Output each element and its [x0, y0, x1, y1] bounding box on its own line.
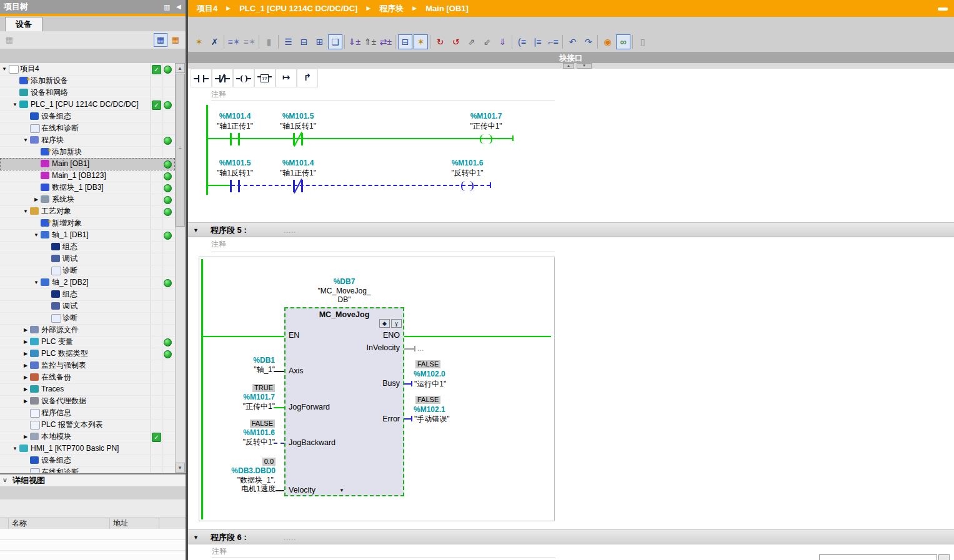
sidebar-item-plc-变量[interactable]: ▶PLC 变量 — [0, 336, 175, 348]
tree-expander-icon[interactable]: ▼ — [22, 134, 29, 146]
operand-name[interactable]: "正传中1" — [470, 121, 502, 132]
sidebar-item-程序块[interactable]: ▼程序块 — [0, 134, 175, 147]
update-block-calls-icon[interactable]: ⇗ — [464, 34, 479, 49]
sidebar-item-traces[interactable]: ▶Traces — [0, 383, 175, 396]
sidebar-item-hmi_1-ktp700-basic-pn-[interactable]: ▼HMI_1 [KTP700 Basic PN] — [0, 443, 175, 455]
value-badge[interactable]: TRUE — [252, 384, 275, 392]
absolute-operands-icon[interactable]: ☰ — [281, 34, 296, 49]
tree-expander-icon[interactable]: ▶ — [22, 324, 29, 336]
sidebar-item-系统块[interactable]: ▶系统块 — [0, 194, 175, 206]
zoom-combobox[interactable] — [819, 554, 937, 560]
pin-busy[interactable]: Busy — [382, 379, 400, 388]
sidebar-item-设备和网络[interactable]: 设备和网络 — [0, 87, 175, 99]
network-comment[interactable]: 注释 — [211, 89, 226, 100]
sidebar-item-诊断[interactable]: 诊断 — [0, 312, 175, 325]
operand-name[interactable]: "轴1正传1" — [280, 168, 316, 179]
scroll-down-icon[interactable]: ▼ — [175, 463, 185, 473]
goto-previous-usage-icon[interactable]: (≡ — [515, 34, 529, 49]
consistency-icon[interactable]: ▮ — [262, 34, 276, 49]
operand-name[interactable]: "轴_1" — [254, 365, 275, 375]
breadcrumb-item[interactable]: Main [OB1] — [425, 0, 469, 17]
tree-expander-icon[interactable]: ▼ — [11, 443, 19, 454]
undo-icon[interactable]: ↶ — [565, 34, 580, 49]
configured-view-icon[interactable]: ▦ — [154, 33, 167, 47]
tree-expander-icon[interactable]: ▶ — [22, 336, 29, 348]
interface-collapse-up-icon[interactable]: ▲ — [563, 63, 574, 69]
sidebar-item-新增对象[interactable]: ✶新增对象 — [0, 217, 175, 230]
collapse-panel-icon[interactable]: ◀ — [176, 0, 181, 14]
sidebar-item-设备组态[interactable]: 设备组态 — [0, 454, 175, 467]
delete-network-icon[interactable]: ✗ — [207, 34, 222, 49]
initialize-setpoints-icon[interactable]: ⇄± — [379, 34, 393, 49]
operand-address[interactable]: %M101.4 — [219, 112, 251, 120]
snapshot-actual-values-icon[interactable]: ⇓± — [347, 34, 362, 49]
scroll-up-icon[interactable]: ▲ — [175, 63, 185, 73]
consistent-download-icon[interactable]: ⇙ — [480, 34, 494, 49]
network-comment[interactable]: 注释 — [212, 546, 227, 557]
download-icon[interactable]: ⇓ — [495, 34, 510, 49]
sidebar-item-plc-报警文本列表[interactable]: PLC 报警文本列表 — [0, 419, 175, 431]
tree-expander-icon[interactable]: ▼ — [11, 99, 19, 111]
tree-expander-icon[interactable]: ▼ — [32, 229, 40, 241]
mc-movejog-block[interactable]: MC_MoveJog◆ɣENAxisJogForwardJogBackwardV… — [284, 307, 404, 496]
value-badge[interactable]: 0.0 — [262, 458, 276, 466]
operand-name[interactable]: "正传中1" — [243, 401, 275, 412]
sidebar-item-plc-数据类型[interactable]: ▶PLC 数据类型 — [0, 348, 175, 360]
block-configuration-icon[interactable]: ◆ — [379, 319, 390, 328]
no-contact-symbol[interactable] — [230, 180, 232, 192]
tree-expander-icon[interactable]: ▼ — [32, 277, 40, 288]
pin-jogforward[interactable]: JogForward — [289, 403, 330, 411]
sidebar-item-轴_2-db2-[interactable]: ▼轴_2 [DB2] — [0, 277, 175, 289]
sidebar-item-工艺对象[interactable]: ▼工艺对象 — [0, 205, 175, 218]
sidebar-item-在线和诊断[interactable]: 在线和诊断 — [0, 122, 175, 135]
invelocity-value[interactable]: ... — [417, 344, 424, 353]
detail-col-address[interactable]: 地址 — [110, 518, 159, 529]
tree-expander-icon[interactable]: ▶ — [22, 431, 29, 443]
collapse-triangle-icon[interactable]: ▼ — [193, 227, 199, 233]
open-all-networks-icon[interactable]: ⊞ — [312, 34, 327, 49]
sidebar-item-组态[interactable]: 组态 — [0, 241, 175, 253]
block-diagnostics-icon[interactable]: ɣ — [391, 319, 402, 328]
sidebar-item-诊断[interactable]: 诊断 — [0, 265, 175, 277]
memory-usage-icon[interactable]: ▯ — [635, 34, 650, 49]
sidebar-item-程序信息[interactable]: 程序信息 — [0, 407, 175, 420]
goto-usage-icon[interactable]: |≡ — [530, 34, 545, 49]
operand-address[interactable]: %M101.6 — [452, 159, 484, 167]
operand-address[interactable]: %M102.1 — [414, 405, 445, 414]
block-expand-icon[interactable]: ▼ — [339, 488, 344, 493]
instance-db-name2[interactable]: DB" — [338, 295, 351, 304]
operand-address[interactable]: %M101.7 — [470, 112, 502, 120]
operand-name[interactable]: "轴1反转1" — [280, 121, 316, 132]
operand-name[interactable]: "手动错误" — [414, 414, 450, 425]
breadcrumb-item[interactable]: 程序块 — [379, 0, 404, 17]
scrollbar-thumb[interactable]: ≡ — [176, 74, 185, 227]
sidebar-item-在线和诊断[interactable]: 在线和诊断 — [0, 466, 175, 473]
tree-expander-icon[interactable]: ▶ — [22, 371, 29, 383]
monitor-toggle-icon[interactable]: ∞ — [616, 34, 630, 49]
coil-symbol[interactable] — [461, 181, 465, 191]
sidebar-item-监控与强制表[interactable]: ▶监控与强制表 — [0, 360, 175, 372]
pin-eno[interactable]: ENO — [383, 331, 400, 340]
goto-next-usage-icon[interactable]: ⌐≡ — [546, 34, 560, 49]
close-all-networks-icon[interactable]: ⊟ — [297, 34, 311, 49]
sidebar-item-组态[interactable]: 组态 — [0, 288, 175, 301]
sidebar-item-添加新设备[interactable]: ✶添加新设备 — [0, 75, 175, 87]
value-badge[interactable]: FALSE — [415, 396, 440, 404]
operand-address[interactable]: %M101.5 — [282, 112, 314, 120]
columns-icon[interactable]: ▥ — [164, 0, 170, 14]
sidebar-item-main_1-ob123-[interactable]: Main_1 [OB123] — [0, 170, 175, 182]
sidebar-item-plc_1-cpu-1214c-dc-dc-dc-[interactable]: ▼PLC_1 [CPU 1214C DC/DC/DC] — [0, 99, 175, 111]
insert-row-icon[interactable]: ≡✶ — [227, 34, 241, 49]
value-badge[interactable]: FALSE — [415, 360, 440, 368]
no-contact-icon[interactable] — [191, 69, 212, 87]
modify-operand-icon[interactable]: ◉ — [600, 34, 615, 49]
network-comments-icon[interactable]: ❏ — [328, 34, 342, 49]
network-header[interactable]: ▼程序段 6 :..... — [188, 529, 954, 544]
pin-en[interactable]: EN — [289, 331, 299, 340]
instance-db-name[interactable]: "MC_MoveJog_ — [318, 287, 371, 295]
operand-address[interactable]: %M101.7 — [243, 393, 275, 401]
operand-name[interactable]: "轴1反转1" — [217, 168, 253, 179]
tree-expander-icon[interactable]: ▼ — [22, 205, 29, 217]
favorites-toggle-icon[interactable]: ✶ — [414, 34, 428, 49]
pin-velocity[interactable]: Velocity — [289, 486, 316, 494]
